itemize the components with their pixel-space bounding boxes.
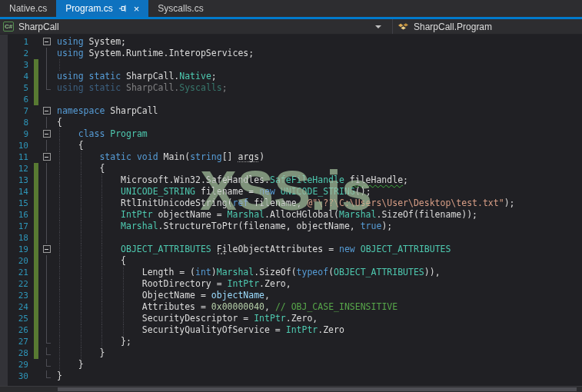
code-line: 12 { bbox=[0, 163, 582, 174]
change-bar bbox=[34, 278, 38, 290]
outline-margin bbox=[40, 174, 54, 186]
code-line: 27 }; bbox=[0, 336, 582, 347]
code-text: UNICODE_STRING filename = new UNICODE_ST… bbox=[54, 186, 582, 198]
code-text bbox=[54, 94, 582, 105]
code-text: using static SharpCall.Syscalls; bbox=[54, 82, 582, 94]
line-number: 30 bbox=[0, 370, 34, 382]
tab-bar: Native.csProgram.cs × Syscalls.cs bbox=[0, 0, 582, 17]
line-number: 2 bbox=[0, 48, 34, 59]
code-text: { bbox=[54, 255, 582, 267]
outline-margin bbox=[40, 347, 54, 359]
change-bar bbox=[34, 313, 38, 324]
code-line: 7namespace SharpCall bbox=[0, 105, 582, 117]
tab-program-cs[interactable]: Program.cs × bbox=[56, 0, 148, 17]
code-text: class Program bbox=[54, 128, 582, 140]
horizontal-scrollbar[interactable] bbox=[0, 386, 582, 392]
change-bar bbox=[34, 36, 38, 48]
change-bar bbox=[34, 370, 38, 382]
change-bar bbox=[34, 117, 38, 128]
change-bar bbox=[34, 82, 38, 94]
change-bar bbox=[34, 94, 38, 105]
line-number: 10 bbox=[0, 140, 34, 151]
tab-label: Program.cs bbox=[65, 3, 112, 14]
outline-margin bbox=[40, 301, 54, 313]
outline-margin bbox=[40, 186, 54, 198]
code-text: RootDirectory = IntPtr.Zero, bbox=[54, 278, 582, 290]
change-bar bbox=[34, 244, 38, 255]
outline-margin bbox=[40, 221, 54, 232]
outline-margin bbox=[40, 209, 54, 221]
change-bar bbox=[34, 174, 38, 186]
change-bar bbox=[34, 71, 38, 82]
outline-margin bbox=[40, 48, 54, 59]
tab-label: Native.cs bbox=[9, 3, 47, 14]
line-number: 13 bbox=[0, 174, 34, 186]
tab-native-cs[interactable]: Native.cs bbox=[0, 0, 56, 17]
outline-margin bbox=[40, 278, 54, 290]
code-text: IntPtr objectName = Marshal.AllocHGlobal… bbox=[54, 209, 582, 221]
line-number: 16 bbox=[0, 209, 34, 221]
code-line: 25 SecurityDescriptor = IntPtr.Zero, bbox=[0, 313, 582, 324]
code-text: SecurityQualityOfService = IntPtr.Zero bbox=[54, 324, 582, 336]
change-bar bbox=[34, 359, 38, 370]
code-line: 6 bbox=[0, 94, 582, 105]
code-text: } bbox=[54, 370, 582, 382]
csharp-project-icon: C# bbox=[3, 22, 14, 32]
code-line: 14 UNICODE_STRING filename = new UNICODE… bbox=[0, 186, 582, 198]
close-icon[interactable]: × bbox=[134, 4, 140, 14]
code-text: }; bbox=[54, 336, 582, 347]
collapse-toggle-icon[interactable] bbox=[40, 105, 54, 117]
collapse-toggle-icon[interactable] bbox=[40, 151, 54, 163]
outline-margin bbox=[40, 370, 54, 382]
change-bar bbox=[34, 140, 38, 151]
collapse-toggle-icon[interactable] bbox=[40, 244, 54, 255]
code-line: 4using static SharpCall.Native; bbox=[0, 71, 582, 82]
line-number: 26 bbox=[0, 324, 34, 336]
line-number: 21 bbox=[0, 267, 34, 278]
code-text: { bbox=[54, 140, 582, 151]
line-number: 22 bbox=[0, 278, 34, 290]
collapse-toggle-icon[interactable] bbox=[40, 36, 54, 48]
change-bar bbox=[34, 267, 38, 278]
editor-area[interactable]: 1using System;2using System.Runtime.Inte… bbox=[0, 35, 582, 386]
pin-icon[interactable] bbox=[118, 4, 128, 14]
code-text bbox=[54, 59, 582, 71]
change-bar bbox=[34, 163, 38, 174]
code-text: Attributes = 0x00000040, // OBJ_CASE_INS… bbox=[54, 301, 582, 313]
outline-margin bbox=[40, 163, 54, 174]
change-bar bbox=[34, 232, 38, 244]
line-number: 25 bbox=[0, 313, 34, 324]
change-bar bbox=[34, 221, 38, 232]
line-number: 23 bbox=[0, 290, 34, 301]
code-line: 18 bbox=[0, 232, 582, 244]
member-dropdown[interactable]: SharpCall.Program bbox=[392, 19, 582, 34]
code-line: 11 static void Main(string[] args) bbox=[0, 151, 582, 163]
code-line: 3 bbox=[0, 59, 582, 71]
tab-syscalls-cs[interactable]: Syscalls.cs bbox=[148, 0, 212, 17]
outline-margin bbox=[40, 359, 54, 370]
line-number: 6 bbox=[0, 94, 34, 105]
code-line: 29 } bbox=[0, 359, 582, 370]
outline-margin bbox=[40, 290, 54, 301]
code-editor-window: Native.csProgram.cs × Syscalls.cs C# Sha… bbox=[0, 0, 582, 392]
change-bar bbox=[34, 290, 38, 301]
code-text: using System; bbox=[54, 36, 582, 48]
outline-margin bbox=[40, 336, 54, 347]
scrollbar-thumb[interactable] bbox=[58, 387, 577, 391]
code-line: 22 RootDirectory = IntPtr.Zero, bbox=[0, 278, 582, 290]
code-line: 16 IntPtr objectName = Marshal.AllocHGlo… bbox=[0, 209, 582, 221]
outline-margin bbox=[40, 71, 54, 82]
code-line: 2using System.Runtime.InteropServices; bbox=[0, 48, 582, 59]
project-name: SharpCall bbox=[18, 22, 59, 32]
class-icon bbox=[397, 22, 409, 32]
code-text: { bbox=[54, 163, 582, 174]
code-lines: 1using System;2using System.Runtime.Inte… bbox=[0, 35, 582, 382]
code-text: namespace SharpCall bbox=[54, 105, 582, 117]
member-name: SharpCall.Program bbox=[414, 22, 492, 32]
collapse-toggle-icon[interactable] bbox=[40, 128, 54, 140]
chevron-down-icon[interactable] bbox=[375, 25, 381, 28]
code-text: OBJECT_ATTRIBUTES FileObjectAttributes =… bbox=[54, 244, 582, 255]
code-text: using System.Runtime.InteropServices; bbox=[54, 48, 582, 59]
project-dropdown[interactable]: C# SharpCall bbox=[0, 19, 392, 34]
code-line: 5using static SharpCall.Syscalls; bbox=[0, 82, 582, 94]
